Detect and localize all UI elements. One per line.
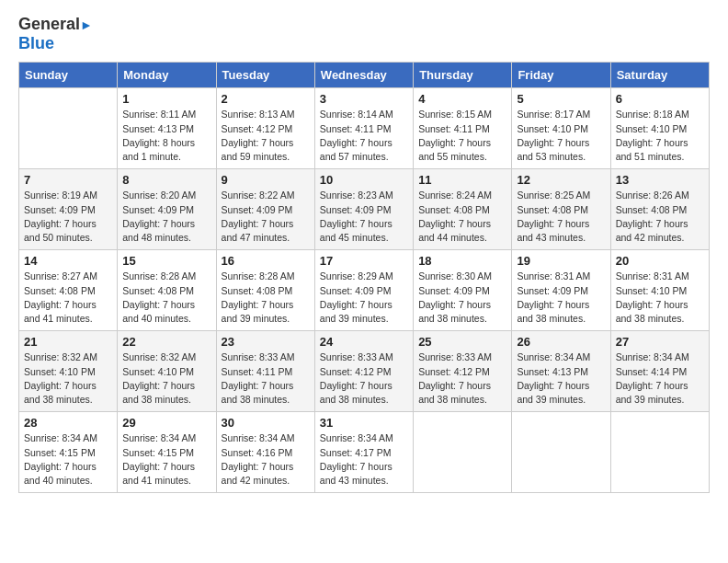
day-number: 28 [24,416,112,430]
day-cell: 16Sunrise: 8:28 AM Sunset: 4:08 PM Dayli… [216,250,314,331]
day-number: 5 [517,92,605,106]
day-cell: 3Sunrise: 8:14 AM Sunset: 4:11 PM Daylig… [314,88,413,169]
day-cell: 27Sunrise: 8:34 AM Sunset: 4:14 PM Dayli… [610,331,709,412]
day-info: Sunrise: 8:30 AM Sunset: 4:09 PM Dayligh… [418,270,506,326]
day-info: Sunrise: 8:31 AM Sunset: 4:10 PM Dayligh… [616,270,704,326]
logo-general: General [18,15,80,33]
day-number: 24 [320,335,408,349]
week-row-1: 1Sunrise: 8:11 AM Sunset: 4:13 PM Daylig… [19,88,710,169]
day-info: Sunrise: 8:14 AM Sunset: 4:11 PM Dayligh… [320,108,408,164]
day-cell: 15Sunrise: 8:28 AM Sunset: 4:08 PM Dayli… [118,250,216,331]
day-number: 22 [122,335,210,349]
day-number: 19 [517,254,605,268]
day-info: Sunrise: 8:32 AM Sunset: 4:10 PM Dayligh… [24,350,112,407]
day-cell: 8Sunrise: 8:20 AM Sunset: 4:09 PM Daylig… [118,169,216,250]
day-number: 10 [320,173,408,187]
day-cell: 13Sunrise: 8:26 AM Sunset: 4:08 PM Dayli… [610,169,709,250]
day-number: 15 [122,254,210,268]
day-cell [414,412,512,493]
day-number: 9 [222,173,310,187]
day-cell: 2Sunrise: 8:13 AM Sunset: 4:12 PM Daylig… [216,88,314,169]
day-number: 17 [320,254,408,268]
day-info: Sunrise: 8:33 AM Sunset: 4:12 PM Dayligh… [418,350,506,407]
day-number: 30 [222,416,310,430]
day-info: Sunrise: 8:34 AM Sunset: 4:17 PM Dayligh… [320,431,408,488]
day-number: 25 [418,335,506,349]
day-cell [512,412,610,493]
week-row-3: 14Sunrise: 8:27 AM Sunset: 4:08 PM Dayli… [19,250,710,331]
day-info: Sunrise: 8:26 AM Sunset: 4:08 PM Dayligh… [616,189,704,245]
col-header-saturday: Saturday [610,63,709,88]
day-number: 3 [320,92,408,106]
day-number: 12 [517,173,605,187]
week-row-4: 21Sunrise: 8:32 AM Sunset: 4:10 PM Dayli… [19,331,710,412]
day-info: Sunrise: 8:27 AM Sunset: 4:08 PM Dayligh… [24,270,112,326]
day-info: Sunrise: 8:20 AM Sunset: 4:09 PM Dayligh… [122,189,210,245]
day-cell [19,88,118,169]
day-cell: 6Sunrise: 8:18 AM Sunset: 4:10 PM Daylig… [610,88,709,169]
header: General► Blue [18,15,710,52]
day-cell: 5Sunrise: 8:17 AM Sunset: 4:10 PM Daylig… [512,88,610,169]
day-number: 1 [122,92,210,106]
day-cell: 4Sunrise: 8:15 AM Sunset: 4:11 PM Daylig… [414,88,512,169]
col-header-friday: Friday [512,63,610,88]
day-cell: 30Sunrise: 8:34 AM Sunset: 4:16 PM Dayli… [216,412,314,493]
day-cell: 18Sunrise: 8:30 AM Sunset: 4:09 PM Dayli… [414,250,512,331]
day-cell: 22Sunrise: 8:32 AM Sunset: 4:10 PM Dayli… [118,331,216,412]
day-number: 21 [24,335,112,349]
day-number: 6 [616,92,704,106]
day-cell: 10Sunrise: 8:23 AM Sunset: 4:09 PM Dayli… [314,169,413,250]
day-number: 14 [24,254,112,268]
day-cell: 19Sunrise: 8:31 AM Sunset: 4:09 PM Dayli… [512,250,610,331]
day-info: Sunrise: 8:19 AM Sunset: 4:09 PM Dayligh… [24,189,112,245]
day-info: Sunrise: 8:24 AM Sunset: 4:08 PM Dayligh… [418,189,506,245]
day-number: 7 [24,173,112,187]
day-number: 31 [320,416,408,430]
day-cell: 28Sunrise: 8:34 AM Sunset: 4:15 PM Dayli… [19,412,118,493]
day-info: Sunrise: 8:33 AM Sunset: 4:11 PM Dayligh… [222,350,310,407]
day-cell: 1Sunrise: 8:11 AM Sunset: 4:13 PM Daylig… [118,88,216,169]
day-info: Sunrise: 8:17 AM Sunset: 4:10 PM Dayligh… [517,108,605,164]
day-info: Sunrise: 8:32 AM Sunset: 4:10 PM Dayligh… [122,350,210,407]
day-info: Sunrise: 8:13 AM Sunset: 4:12 PM Dayligh… [222,108,310,164]
col-header-thursday: Thursday [414,63,512,88]
day-cell: 7Sunrise: 8:19 AM Sunset: 4:09 PM Daylig… [19,169,118,250]
col-header-wednesday: Wednesday [314,63,413,88]
day-info: Sunrise: 8:34 AM Sunset: 4:13 PM Dayligh… [517,350,605,407]
week-row-2: 7Sunrise: 8:19 AM Sunset: 4:09 PM Daylig… [19,169,710,250]
day-info: Sunrise: 8:34 AM Sunset: 4:16 PM Dayligh… [222,431,310,488]
col-header-monday: Monday [118,63,216,88]
day-number: 11 [418,173,506,187]
day-info: Sunrise: 8:28 AM Sunset: 4:08 PM Dayligh… [122,270,210,326]
day-number: 18 [418,254,506,268]
day-cell: 21Sunrise: 8:32 AM Sunset: 4:10 PM Dayli… [19,331,118,412]
day-cell: 12Sunrise: 8:25 AM Sunset: 4:08 PM Dayli… [512,169,610,250]
day-info: Sunrise: 8:34 AM Sunset: 4:15 PM Dayligh… [24,431,112,488]
col-header-sunday: Sunday [19,63,118,88]
day-info: Sunrise: 8:22 AM Sunset: 4:09 PM Dayligh… [222,189,310,245]
calendar-header-row: SundayMondayTuesdayWednesdayThursdayFrid… [19,63,710,88]
day-number: 8 [122,173,210,187]
day-info: Sunrise: 8:34 AM Sunset: 4:14 PM Dayligh… [616,350,704,407]
day-number: 20 [616,254,704,268]
day-info: Sunrise: 8:31 AM Sunset: 4:09 PM Dayligh… [517,270,605,326]
day-number: 4 [418,92,506,106]
day-info: Sunrise: 8:18 AM Sunset: 4:10 PM Dayligh… [616,108,704,164]
day-cell: 26Sunrise: 8:34 AM Sunset: 4:13 PM Dayli… [512,331,610,412]
day-info: Sunrise: 8:15 AM Sunset: 4:11 PM Dayligh… [418,108,506,164]
day-info: Sunrise: 8:11 AM Sunset: 4:13 PM Dayligh… [122,108,210,164]
day-info: Sunrise: 8:23 AM Sunset: 4:09 PM Dayligh… [320,189,408,245]
day-number: 13 [616,173,704,187]
day-number: 29 [122,416,210,430]
day-info: Sunrise: 8:34 AM Sunset: 4:15 PM Dayligh… [122,431,210,488]
calendar-table: SundayMondayTuesdayWednesdayThursdayFrid… [18,62,710,493]
day-cell: 29Sunrise: 8:34 AM Sunset: 4:15 PM Dayli… [118,412,216,493]
day-cell: 25Sunrise: 8:33 AM Sunset: 4:12 PM Dayli… [414,331,512,412]
day-cell: 17Sunrise: 8:29 AM Sunset: 4:09 PM Dayli… [314,250,413,331]
day-cell: 20Sunrise: 8:31 AM Sunset: 4:10 PM Dayli… [610,250,709,331]
day-number: 26 [517,335,605,349]
page: General► Blue SundayMondayTuesdayWednesd… [0,0,728,563]
logo-icon-shape: ► [80,17,93,32]
day-info: Sunrise: 8:28 AM Sunset: 4:08 PM Dayligh… [222,270,310,326]
week-row-5: 28Sunrise: 8:34 AM Sunset: 4:15 PM Dayli… [19,412,710,493]
